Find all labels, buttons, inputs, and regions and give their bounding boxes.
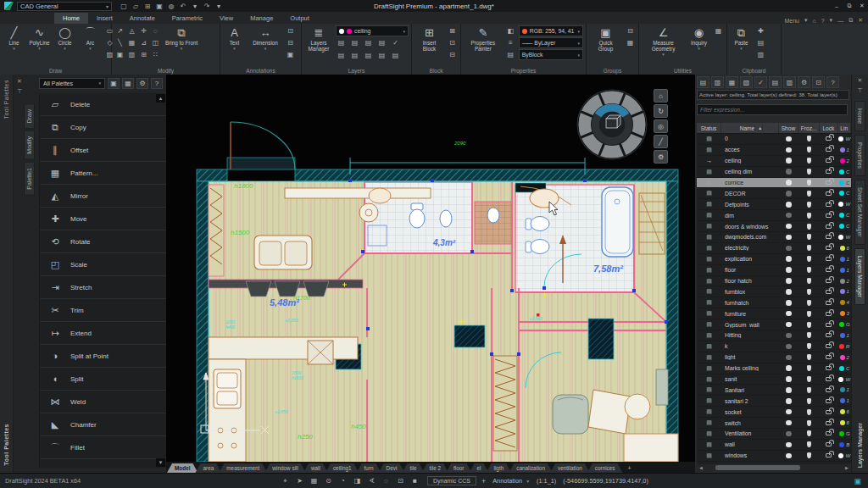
close-icon[interactable]: ✕ xyxy=(857,77,862,84)
layer-color-swatch[interactable]: W xyxy=(838,235,851,240)
layers-toolbar-icon[interactable]: ▥ xyxy=(711,76,724,88)
layer-freeze-toggle[interactable] xyxy=(798,322,820,328)
layer-lock-toggle[interactable] xyxy=(820,388,837,392)
pin-icon[interactable]: ⊤ xyxy=(17,88,22,95)
column-linecolor[interactable]: Lin xyxy=(838,123,852,133)
layer-freeze-toggle[interactable] xyxy=(798,245,820,251)
tool-palette-item[interactable]: ◑ Split at Point xyxy=(40,345,166,368)
layer-tool-icon[interactable]: ▤ xyxy=(336,50,347,61)
palette-tab[interactable]: Draw xyxy=(24,103,35,129)
layer-row[interactable]: k R xyxy=(697,341,851,352)
ribbon-tab[interactable]: Insert xyxy=(88,13,121,24)
layer-show-toggle[interactable] xyxy=(779,256,798,262)
layer-freeze-toggle[interactable] xyxy=(798,332,820,338)
layer-lock-toggle[interactable] xyxy=(820,421,837,425)
layer-show-toggle[interactable] xyxy=(779,169,798,175)
dock-tab[interactable]: Layers Manager xyxy=(854,248,865,305)
layer-color-swatch[interactable]: 1 xyxy=(838,268,851,273)
layer-color-swatch[interactable]: 1 xyxy=(838,257,851,262)
ribbon-tab[interactable]: Output xyxy=(281,13,318,24)
layer-row[interactable]: light 2 xyxy=(697,352,851,363)
tool-palette-item[interactable]: ◖ Split xyxy=(40,368,166,391)
layer-color-swatch[interactable]: G xyxy=(838,431,851,436)
window-control-button[interactable]: – xyxy=(831,1,843,11)
ribbon-tab[interactable]: View xyxy=(211,13,242,24)
annotation-tool-icon[interactable]: ⊡ xyxy=(285,25,296,36)
layer-color-swatch[interactable]: B xyxy=(838,442,851,447)
layer-color-swatch[interactable]: 6 xyxy=(838,409,851,414)
layer-row[interactable]: switch 6 xyxy=(697,418,851,429)
tool-palette-item[interactable]: ▦ Pattern... xyxy=(40,162,166,185)
layer-freeze-toggle[interactable] xyxy=(798,311,820,317)
layer-row[interactable]: furnhatch 4 xyxy=(697,297,851,308)
layer-tool-icon[interactable]: ▤ xyxy=(390,50,401,61)
layer-lock-toggle[interactable] xyxy=(820,235,837,239)
view-tool-button[interactable]: ⌂ xyxy=(654,89,668,103)
minimize-ribbon-icon[interactable]: — xyxy=(837,18,843,24)
tool-palette-item[interactable]: ∥ Offset xyxy=(40,139,166,162)
layers-toolbar-icon[interactable]: ▦ xyxy=(726,76,738,88)
layer-row[interactable]: cornice C xyxy=(697,178,851,189)
modify-tool-icon[interactable]: ◫ xyxy=(150,37,161,48)
layer-color-swatch[interactable]: C xyxy=(838,366,851,371)
layer-row[interactable]: sanitari 2 1 xyxy=(697,396,851,407)
scroll-right-icon[interactable]: ▶ xyxy=(843,465,851,470)
layer-freeze-toggle[interactable] xyxy=(798,213,820,219)
layers-toolbar-icon[interactable]: ? xyxy=(826,76,839,88)
sheet-tab[interactable]: canalization xyxy=(509,463,553,473)
layer-lock-toggle[interactable] xyxy=(820,442,837,446)
layers-toolbar-icon[interactable]: ▧ xyxy=(740,76,753,88)
ribbon-tab[interactable]: Home xyxy=(54,13,88,24)
status-toggle-icon[interactable]: ◨ xyxy=(352,475,363,486)
line-button[interactable]: ╱Line▾ xyxy=(3,25,25,66)
tool-palette-item[interactable]: ⧉ Copy xyxy=(40,116,166,139)
layer-row[interactable]: furnblox 1 xyxy=(697,286,851,297)
layer-lock-toggle[interactable] xyxy=(820,180,837,185)
sheet-tab[interactable]: tile 2 xyxy=(422,463,449,473)
layer-show-toggle[interactable] xyxy=(779,224,798,230)
layer-color-swatch[interactable]: 6 xyxy=(838,420,851,425)
status-toggle-icon[interactable]: ▦ xyxy=(309,475,320,486)
layer-color-swatch[interactable]: W xyxy=(838,202,851,207)
layer-show-toggle[interactable] xyxy=(779,136,798,142)
modify-tool-icon[interactable]: ▦ xyxy=(126,37,137,48)
layer-freeze-toggle[interactable] xyxy=(798,234,820,240)
layer-lock-toggle[interactable] xyxy=(820,268,837,272)
layer-row[interactable]: acces 1 xyxy=(697,145,851,156)
layer-freeze-toggle[interactable] xyxy=(798,289,820,295)
layer-lock-toggle[interactable] xyxy=(820,169,837,174)
layer-show-toggle[interactable] xyxy=(779,202,798,208)
layer-row[interactable]: Gypsum_wall G xyxy=(697,319,851,330)
layer-show-toggle[interactable] xyxy=(779,365,798,371)
layer-row[interactable]: dwgmodels.com W xyxy=(697,232,851,243)
layer-color-swatch[interactable]: R xyxy=(838,344,851,349)
layer-show-toggle[interactable] xyxy=(779,431,798,437)
quick-access-icon[interactable]: ↷ xyxy=(202,2,212,11)
layer-show-toggle[interactable] xyxy=(779,442,798,448)
layer-lock-toggle[interactable] xyxy=(820,355,837,359)
layer-color-swatch[interactable]: 2 xyxy=(838,158,851,164)
layer-freeze-toggle[interactable] xyxy=(798,365,820,371)
layer-color-swatch[interactable]: 1 xyxy=(838,289,851,294)
layer-row[interactable]: windows W xyxy=(697,451,851,462)
column-show[interactable]: Show xyxy=(779,123,798,133)
save-palette-icon[interactable]: ▣ xyxy=(108,78,120,89)
tool-palette-item[interactable]: ◣ Chamfer xyxy=(40,413,166,436)
block-tool-icon[interactable]: ⊠ xyxy=(447,25,458,36)
modify-tool-icon[interactable]: ◌ xyxy=(150,25,161,36)
modify-tool-icon[interactable]: ▣ xyxy=(114,49,125,60)
scroll-down-button[interactable]: ▼ xyxy=(156,458,165,467)
layer-show-toggle[interactable] xyxy=(779,180,798,186)
window-control-button[interactable]: ⧉ xyxy=(843,1,855,11)
layer-show-toggle[interactable] xyxy=(779,398,798,404)
layer-lock-toggle[interactable] xyxy=(820,333,837,337)
layer-show-toggle[interactable] xyxy=(779,191,798,197)
layer-show-toggle[interactable] xyxy=(779,355,798,361)
layer-show-toggle[interactable] xyxy=(779,420,798,426)
quick-access-icon[interactable]: ↶ xyxy=(178,2,188,11)
dock-tab[interactable]: Home xyxy=(854,101,865,131)
layer-lock-toggle[interactable] xyxy=(820,147,837,152)
sheet-tab[interactable]: measurement xyxy=(219,463,267,473)
status-toggle-icon[interactable]: ■ xyxy=(409,475,420,486)
layer-row[interactable]: doors & windows C xyxy=(697,221,851,232)
